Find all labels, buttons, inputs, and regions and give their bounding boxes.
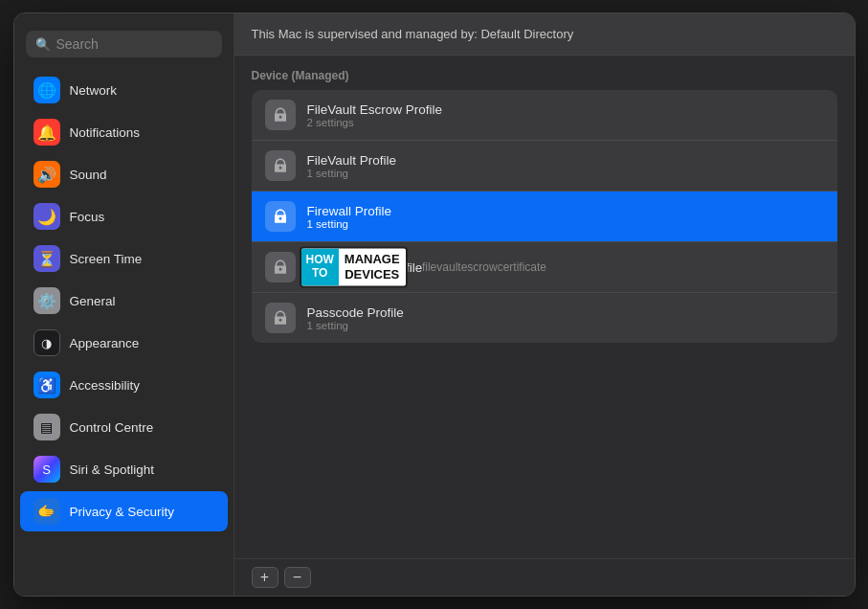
profile-icon [265, 100, 296, 130]
privacy-icon: 🫱 [33, 498, 60, 525]
sidebar-item-notifications[interactable]: 🔔 Notifications [20, 112, 228, 152]
general-icon: ⚙️ [33, 287, 60, 314]
sidebar-item-appearance[interactable]: ◑ Appearance [20, 323, 228, 363]
system-settings-window: 🔍 Search 🌐 Network 🔔 Notifications 🔊 Sou… [13, 12, 856, 597]
notifications-icon: 🔔 [33, 119, 60, 146]
profile-sub: 1 setting [307, 168, 824, 179]
banner-text: This Mac is supervised and managed by: D… [252, 27, 574, 41]
profile-item-passcode[interactable]: Passcode Profile 1 setting [252, 293, 837, 343]
bottom-bar: + − [234, 558, 855, 596]
sound-icon: 🔊 [33, 161, 60, 188]
screentime-icon: ⏳ [33, 245, 60, 272]
profile-info: Firewall Profile 1 setting [307, 204, 824, 230]
sidebar-item-label: Siri & Spotlight [70, 462, 155, 477]
watermark-overlay: HOW TO MANAGE DEVICES - filevaultescrowc… [300, 246, 547, 287]
content-area: Device (Managed) FileVault Escrow Profil… [234, 56, 855, 558]
profile-name: FileVault Profile [307, 153, 824, 168]
sidebar-item-network[interactable]: 🌐 Network [20, 70, 228, 110]
main-content: This Mac is supervised and managed by: D… [234, 13, 855, 596]
sidebar-item-label: General [70, 294, 116, 308]
appearance-icon: ◑ [33, 329, 60, 356]
sidebar-item-label: Network [70, 83, 118, 98]
search-icon: 🔍 [35, 37, 51, 52]
sidebar-item-accessibility[interactable]: ♿ Accessibility [20, 365, 228, 405]
sidebar: 🔍 Search 🌐 Network 🔔 Notifications 🔊 Sou… [14, 13, 234, 596]
profile-extra: - filevaultescrowcertificate [415, 260, 546, 274]
search-bar[interactable]: 🔍 Search [26, 31, 222, 57]
watermark-box: HOW TO MANAGE DEVICES [300, 246, 408, 287]
profile-item-filevault-escrow[interactable]: FileVault Escrow Profile 2 settings [252, 90, 837, 141]
profile-info: Passcode Profile 1 setting [307, 305, 824, 331]
controlcentre-icon: ▤ [33, 414, 60, 440]
network-icon: 🌐 [33, 77, 60, 103]
sidebar-item-label: Screen Time [70, 252, 143, 266]
focus-icon: 🌙 [33, 203, 60, 230]
profile-sub: 1 setting [307, 320, 824, 331]
sidebar-item-sound[interactable]: 🔊 Sound [20, 154, 228, 194]
sidebar-item-general[interactable]: ⚙️ General [20, 281, 228, 321]
siri-icon: S [33, 456, 60, 483]
profile-item-firewall[interactable]: Firewall Profile 1 setting [252, 192, 837, 242]
profile-item-management[interactable]: Management Profile HOW TO MANAGE DEVICES [252, 242, 837, 293]
profile-icon [265, 252, 296, 282]
profile-name: FileVault Escrow Profile [307, 102, 824, 117]
profile-icon [265, 150, 296, 181]
watermark-manage: MANAGE DEVICES [339, 248, 406, 285]
sidebar-item-label: Appearance [70, 336, 140, 350]
sidebar-item-label: Notifications [70, 125, 141, 140]
add-button[interactable]: + [252, 567, 278, 588]
profile-list: FileVault Escrow Profile 2 settings File… [252, 90, 837, 343]
profile-name: Passcode Profile [307, 305, 824, 320]
sidebar-item-label: Control Centre [70, 420, 154, 435]
sidebar-item-privacy[interactable]: 🫱 Privacy & Security [20, 491, 228, 531]
section-title: Device (Managed) [252, 69, 837, 82]
profile-info: FileVault Escrow Profile 2 settings [307, 102, 824, 128]
profile-sub: 1 setting [307, 218, 824, 230]
accessibility-icon: ♿ [33, 372, 60, 398]
sidebar-item-siri[interactable]: S Siri & Spotlight [20, 449, 228, 489]
sidebar-item-controlcentre[interactable]: ▤ Control Centre [20, 407, 228, 447]
sidebar-item-label: Focus [70, 210, 105, 224]
profile-item-filevault[interactable]: FileVault Profile 1 setting [252, 141, 837, 192]
sidebar-item-label: Privacy & Security [70, 505, 175, 519]
profile-sub: 2 settings [307, 117, 824, 128]
remove-button[interactable]: − [284, 567, 311, 588]
sidebar-item-label: Sound [70, 168, 107, 182]
profile-icon [265, 201, 296, 232]
search-placeholder: Search [56, 36, 99, 52]
sidebar-item-focus[interactable]: 🌙 Focus [20, 196, 228, 237]
sidebar-item-screentime[interactable]: ⏳ Screen Time [20, 238, 228, 279]
profile-info: FileVault Profile 1 setting [307, 153, 824, 179]
profile-icon [265, 303, 296, 333]
profile-name: Firewall Profile [307, 204, 824, 218]
sidebar-item-label: Accessibility [70, 378, 141, 393]
managed-banner: This Mac is supervised and managed by: D… [234, 13, 855, 56]
watermark-howto: HOW TO [301, 248, 339, 285]
